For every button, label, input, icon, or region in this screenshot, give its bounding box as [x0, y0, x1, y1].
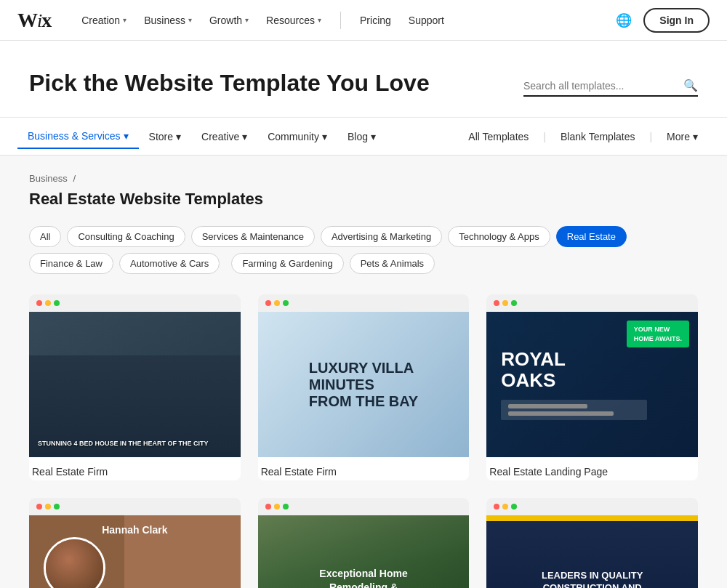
template-card[interactable]: LEADERS IN QUALITYCONSTRUCTION ANDINFRAS… — [486, 498, 698, 588]
chevron-down-icon: ▾ — [371, 131, 376, 142]
nav-divider — [340, 12, 341, 29]
person-name: Hannah Clark — [102, 524, 167, 536]
nav-pricing[interactable]: Pricing — [353, 10, 398, 31]
template-overlay-text: LEADERS IN QUALITYCONSTRUCTION ANDINFRAS… — [530, 558, 654, 588]
template-card[interactable]: STUNNING 4 BED HOUSE IN THE HEART OF THE… — [29, 294, 241, 480]
search-area: 🔍 — [523, 78, 698, 97]
more-button[interactable]: More ▾ — [655, 125, 710, 148]
filter-tags: All Consulting & Coaching Services & Mai… — [29, 226, 698, 274]
filter-all[interactable]: All — [29, 226, 61, 247]
category-tabs: Business & Services ▾ Store ▾ Creative ▾… — [0, 118, 727, 156]
template-overlay-text: Exceptional HomeRemodeling &Renovations — [308, 555, 419, 588]
signin-button[interactable]: Sign In — [643, 8, 710, 33]
chevron-down-icon: ▾ — [322, 131, 327, 142]
hero-title: Pick the Website Template You Love — [29, 70, 430, 97]
page-title: Real Estate Website Templates — [29, 190, 698, 209]
tab-creative[interactable]: Creative ▾ — [191, 125, 257, 148]
filter-technology[interactable]: Technology & Apps — [448, 226, 550, 247]
template-preview: LUXURY VILLAMINUTESFROM THE BAY — [258, 312, 470, 457]
search-icon[interactable]: 🔍 — [683, 78, 698, 92]
royal-oaks-title: ROYALOAKS — [501, 349, 566, 390]
template-grid: STUNNING 4 BED HOUSE IN THE HEART OF THE… — [29, 294, 698, 588]
chevron-down-icon: ▾ — [693, 131, 698, 142]
main-content: Business / Real Estate Website Templates… — [0, 156, 727, 588]
filter-automotive[interactable]: Automotive & Cars — [119, 253, 220, 274]
filter-pets[interactable]: Pets & Animals — [350, 253, 435, 274]
template-name: Real Estate Firm — [258, 457, 470, 480]
hero-section: Pick the Website Template You Love 🔍 — [0, 41, 727, 118]
blank-templates-link[interactable]: Blank Templates — [549, 125, 646, 148]
template-name: Real Estate Landing Page — [486, 457, 698, 480]
nav-business[interactable]: Business ▾ — [137, 10, 199, 31]
template-preview: STUNNING 4 BED HOUSE IN THE HEART OF THE… — [29, 312, 241, 457]
template-overlay-text: STUNNING 4 BED HOUSE IN THE HEART OF THE… — [29, 430, 217, 458]
template-overlay-text: LUXURY VILLAMINUTESFROM THE BAY — [300, 351, 427, 419]
filter-farming[interactable]: Farming & Gardening — [231, 253, 343, 274]
chevron-down-icon: ▾ — [242, 131, 247, 142]
cat-right: All Templates | Blank Templates | More ▾ — [457, 125, 710, 148]
template-name: Real Estate Firm — [29, 457, 241, 480]
nav-links: Creation ▾ Business ▾ Growth ▾ Resources… — [74, 10, 616, 31]
template-card[interactable]: LUXURY VILLAMINUTESFROM THE BAY Real Est… — [258, 294, 470, 480]
nav-support[interactable]: Support — [401, 10, 451, 31]
filter-advertising[interactable]: Advertising & Marketing — [321, 226, 442, 247]
template-preview: YOUR NEWHOME AWAITS. ROYALOAKS — [486, 312, 698, 457]
top-navigation: Wix Creation ▾ Business ▾ Growth ▾ Resou… — [0, 0, 727, 41]
nav-growth[interactable]: Growth ▾ — [202, 10, 256, 31]
template-preview: Hannah Clark About Me — [29, 515, 241, 588]
tab-business-services[interactable]: Business & Services ▾ — [17, 124, 139, 149]
nav-resources[interactable]: Resources ▾ — [259, 10, 329, 31]
filter-services[interactable]: Services & Maintenance — [191, 226, 315, 247]
template-card[interactable]: Exceptional HomeRemodeling &Renovations … — [258, 498, 470, 588]
template-preview: LEADERS IN QUALITYCONSTRUCTION ANDINFRAS… — [486, 515, 698, 588]
search-input[interactable] — [523, 80, 683, 92]
tab-community[interactable]: Community ▾ — [257, 125, 337, 148]
template-card[interactable]: YOUR NEWHOME AWAITS. ROYALOAKS Real Esta… — [486, 294, 698, 480]
filter-real-estate[interactable]: Real Estate — [556, 226, 627, 247]
breadcrumb: Business / — [29, 173, 698, 184]
all-templates-link[interactable]: All Templates — [457, 125, 540, 148]
chevron-down-icon: ▾ — [188, 16, 192, 24]
nav-right: 🌐 Sign In — [616, 8, 710, 33]
chevron-down-icon: ▾ — [245, 16, 249, 24]
chevron-down-icon: ▾ — [318, 16, 321, 24]
chevron-down-icon: ▾ — [123, 16, 126, 24]
tab-blog[interactable]: Blog ▾ — [337, 125, 386, 148]
wix-logo[interactable]: Wix — [17, 9, 51, 32]
chevron-down-icon: ▾ — [124, 130, 129, 142]
template-card[interactable]: Hannah Clark About Me Real Estate Consul… — [29, 498, 241, 588]
chevron-down-icon: ▾ — [176, 131, 181, 142]
nav-creation[interactable]: Creation ▾ — [74, 10, 134, 31]
filter-consulting[interactable]: Consulting & Coaching — [67, 226, 185, 247]
template-preview: Exceptional HomeRemodeling &Renovations — [258, 515, 470, 588]
globe-icon[interactable]: 🌐 — [616, 12, 632, 28]
filter-finance[interactable]: Finance & Law — [29, 253, 113, 274]
tab-store[interactable]: Store ▾ — [139, 125, 191, 148]
